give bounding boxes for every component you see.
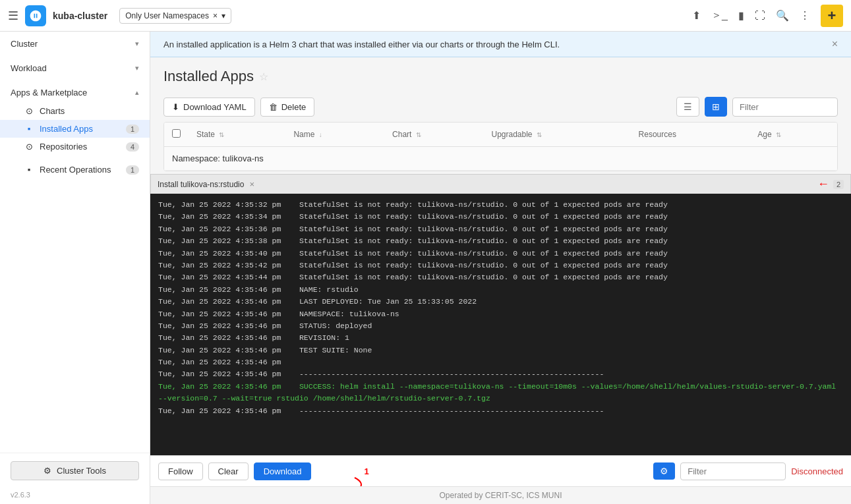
name-column-header[interactable]: Name ↓ (285, 123, 384, 147)
repositories-label: Repositories (40, 142, 87, 152)
sidebar-item-recent-operations[interactable]: ▪ Recent Operations 1 (0, 161, 150, 179)
sidebar-section-recent-ops: ▪ Recent Operations 1 (0, 158, 150, 181)
arrow-svg-1 (322, 461, 361, 481)
log-filter-input[interactable] (680, 462, 786, 480)
apps-table: State ⇅ Name ↓ Chart ⇅ Upgradable ⇅ Reso… (163, 122, 838, 171)
sidebar-item-repositories[interactable]: ⊙ Repositories 4 (0, 138, 150, 155)
favorite-icon[interactable]: ☆ (259, 70, 268, 83)
topbar-right: ⬆ ＞_ ▮ ⛶ 🔍 ⋮ + (692, 5, 843, 27)
plus-button[interactable]: + (821, 5, 843, 27)
download-button[interactable]: Download (254, 462, 312, 480)
upload-icon[interactable]: ⬆ (692, 9, 701, 22)
arrow-annotation-2: ← (817, 177, 829, 191)
log-line: Tue, Jan 25 2022 4:35:46 pm NAMESPACE: t… (158, 308, 843, 320)
log-line: Tue, Jan 25 2022 4:35:46 pm SUCCESS: hel… (158, 381, 843, 405)
log-line: Tue, Jan 25 2022 4:35:46 pm (158, 356, 843, 368)
log-header: Install tulikova-ns:rstudio × ← 2 (150, 174, 851, 194)
upgradable-sort-icon: ⇅ (537, 131, 542, 138)
resources-column-header[interactable]: Resources (631, 123, 750, 147)
download-yaml-label: Download YAML (183, 102, 247, 112)
recent-ops-icon: ▪ (24, 165, 34, 175)
installed-apps-label: Installed Apps (40, 124, 93, 134)
sidebar-section-workload: Workload ▾ (0, 56, 150, 80)
hamburger-icon[interactable]: ☰ (8, 9, 18, 23)
state-sort-icon: ⇅ (219, 131, 224, 138)
namespace-filter[interactable]: Only User Namespaces × ▾ (119, 8, 231, 24)
workload-label: Workload (11, 63, 47, 73)
log-body[interactable]: Tue, Jan 25 2022 4:35:32 pm StatefulSet … (150, 194, 851, 455)
log-line: Tue, Jan 25 2022 4:35:46 pm STATUS: depl… (158, 320, 843, 332)
charts-label: Charts (40, 106, 65, 116)
name-sort-icon: ↓ (319, 131, 322, 138)
more-icon[interactable]: ⋮ (800, 9, 810, 22)
version-label: v2.6.3 (0, 488, 150, 504)
repositories-badge: 4 (126, 142, 139, 152)
select-all-header[interactable] (164, 123, 189, 147)
battery-icon[interactable]: ▮ (738, 9, 744, 22)
sidebar-item-charts[interactable]: ⊙ Charts (0, 102, 150, 120)
apps-chevron: ▴ (135, 88, 139, 97)
search-icon[interactable]: 🔍 (776, 9, 789, 22)
arrow-annotation-1: 1 (322, 461, 368, 481)
log-settings-button[interactable]: ⚙ (653, 462, 675, 480)
log-line: Tue, Jan 25 2022 4:35:38 pm StatefulSet … (158, 235, 843, 247)
select-all-checkbox[interactable] (172, 129, 181, 138)
list-view-button[interactable]: ☰ (676, 97, 699, 117)
workload-chevron: ▾ (135, 64, 139, 72)
page-footer: Operated by CERIT-SC, ICS MUNI (150, 486, 851, 504)
chart-column-header[interactable]: Chart ⇅ (384, 123, 483, 147)
namespace-label: Namespace: tulikova-ns (164, 147, 837, 171)
state-column-header[interactable]: State ⇅ (189, 123, 285, 147)
filter-input[interactable] (732, 98, 838, 117)
cluster-tools-label: Cluster Tools (57, 466, 106, 476)
logo-icon (29, 9, 42, 22)
log-footer-right: ⚙ Disconnected (653, 462, 843, 480)
cluster-chevron: ▾ (135, 40, 139, 48)
sidebar-section-apps: Apps & Marketplace ▴ ⊙ Charts ▪ Installe… (0, 80, 150, 158)
cluster-tools-button[interactable]: ⚙ Cluster Tools (11, 461, 139, 480)
terminal-icon[interactable]: ＞_ (711, 9, 728, 22)
namespace-filter-chevron[interactable]: ▾ (221, 11, 225, 20)
follow-button[interactable]: Follow (158, 462, 203, 480)
clear-button[interactable]: Clear (208, 462, 249, 480)
log-line: Tue, Jan 25 2022 4:35:42 pm StatefulSet … (158, 260, 843, 271)
arrow-badge-2: 2 (833, 180, 844, 189)
download-yaml-icon: ⬇ (172, 102, 179, 112)
sidebar-item-workload[interactable]: Workload ▾ (0, 59, 150, 78)
screenshot-icon[interactable]: ⛶ (755, 10, 765, 22)
log-line: Tue, Jan 25 2022 4:35:32 pm StatefulSet … (158, 199, 843, 211)
log-close-icon[interactable]: × (249, 179, 254, 189)
sidebar-item-cluster[interactable]: Cluster ▾ (0, 34, 150, 53)
log-line: Tue, Jan 25 2022 4:35:34 pm StatefulSet … (158, 211, 843, 223)
delete-icon: 🗑 (269, 102, 278, 112)
toolbar-right: ☰ ⊞ (676, 97, 838, 117)
download-yaml-button[interactable]: ⬇ Download YAML (163, 98, 255, 117)
charts-icon: ⊙ (24, 106, 34, 116)
age-sort-icon: ⇅ (776, 131, 781, 138)
log-panel: Install tulikova-ns:rstudio × ← 2 Tue, J… (150, 174, 851, 486)
content-area: An installed application is a Helm 3 cha… (150, 32, 851, 504)
sidebar-item-apps-marketplace[interactable]: Apps & Marketplace ▴ (0, 83, 150, 102)
recent-ops-badge: 1 (126, 165, 139, 175)
topbar: ☰ kuba-cluster Only User Namespaces × ▾ … (0, 0, 851, 32)
installed-apps-badge: 1 (126, 125, 139, 134)
sidebar-item-installed-apps[interactable]: ▪ Installed Apps 1 (0, 120, 150, 138)
banner-text: An installed application is a Helm 3 cha… (163, 40, 560, 49)
log-title: Install tulikova-ns:rstudio (158, 180, 244, 189)
topbar-left: ☰ kuba-cluster Only User Namespaces × ▾ (8, 5, 231, 26)
delete-button[interactable]: 🗑 Delete (260, 98, 315, 117)
cluster-label: Cluster (11, 39, 38, 49)
upgradable-column-header[interactable]: Upgradable ⇅ (484, 123, 631, 147)
installed-apps-icon: ▪ (24, 124, 34, 134)
age-column-header[interactable]: Age ⇅ (749, 123, 837, 147)
log-line: Tue, Jan 25 2022 4:35:36 pm StatefulSet … (158, 223, 843, 235)
namespace-filter-close[interactable]: × (213, 11, 218, 20)
grid-view-button[interactable]: ⊞ (705, 97, 727, 117)
banner-close-icon[interactable]: × (832, 38, 838, 50)
footer-text: Operated by CERIT-SC, ICS MUNI (439, 491, 562, 500)
delete-label: Delete (281, 102, 307, 112)
sidebar: Cluster ▾ Workload ▾ Apps & Marketplace … (0, 32, 150, 504)
log-line: Tue, Jan 25 2022 4:35:46 pm NAME: rstudi… (158, 284, 843, 296)
info-banner: An installed application is a Helm 3 cha… (150, 32, 851, 57)
table-header-row: State ⇅ Name ↓ Chart ⇅ Upgradable ⇅ Reso… (164, 123, 837, 147)
